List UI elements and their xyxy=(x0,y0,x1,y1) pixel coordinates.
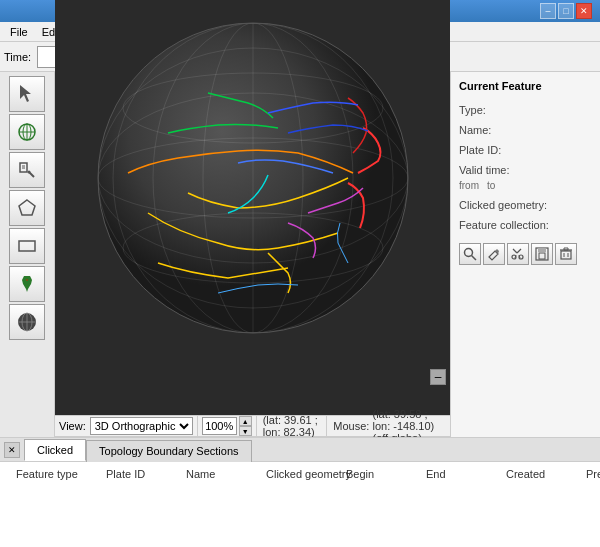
window-controls: – □ ✕ xyxy=(540,3,592,19)
clicked-geom-label: Clicked geometry: xyxy=(459,199,592,211)
close-panel-button[interactable]: ✕ xyxy=(4,442,20,458)
col-begin: Begin xyxy=(338,466,418,482)
type-label: Type: xyxy=(459,104,592,116)
svg-rect-33 xyxy=(538,248,546,252)
name-label: Name: xyxy=(459,124,592,136)
col-present-geom: Present-day geometry (la xyxy=(578,466,600,482)
svg-point-28 xyxy=(465,249,473,257)
zoom-input[interactable] xyxy=(202,417,237,435)
panel-search-button[interactable] xyxy=(459,243,481,265)
globe-area[interactable]: TPEDIA ftpedia.com xyxy=(55,0,450,415)
view-select[interactable]: 3D Orthographic 2D Map xyxy=(90,417,193,435)
table-header: Feature type Plate ID Name Clicked geome… xyxy=(8,466,592,482)
valid-time-label: Valid time: xyxy=(459,164,592,176)
svg-rect-10 xyxy=(19,241,35,251)
plate-id-label: Plate ID: xyxy=(459,144,592,156)
bottom-content: Feature type Plate ID Name Clicked geome… xyxy=(0,462,600,547)
zoom-down[interactable]: ▼ xyxy=(239,426,252,436)
close-button[interactable]: ✕ xyxy=(576,3,592,19)
svg-rect-34 xyxy=(539,253,545,259)
svg-marker-9 xyxy=(19,200,35,215)
panel-action-icons xyxy=(459,243,592,265)
zoom-out-button[interactable]: – xyxy=(430,369,446,385)
lat-lon-display: (lat: 39.61 ; lon: 82.34) xyxy=(257,416,328,436)
col-created: Created xyxy=(498,466,578,482)
svg-rect-35 xyxy=(561,251,571,259)
col-end: End xyxy=(418,466,498,482)
globe-container: TPEDIA ftpedia.com xyxy=(55,0,450,415)
mouse-coords-display: Mouse: (lat: 39.58 ; lon: -148.10) (off … xyxy=(327,416,450,436)
view-label: View: xyxy=(59,420,86,432)
svg-line-29 xyxy=(472,256,477,261)
tool-globe[interactable] xyxy=(9,114,45,150)
col-feature-type: Feature type xyxy=(8,466,98,482)
bottom-panel: ✕ Clicked Topology Boundary Sections Fea… xyxy=(0,437,600,547)
tool-draw[interactable] xyxy=(9,152,45,188)
status-bar: View: 3D Orthographic 2D Map ▲ ▼ (lat: 3… xyxy=(55,415,450,437)
maximize-button[interactable]: □ xyxy=(558,3,574,19)
feature-collection-label: Feature collection: xyxy=(459,219,592,231)
panel-save-button[interactable] xyxy=(531,243,553,265)
current-feature-title: Current Feature xyxy=(459,80,592,92)
valid-from-label: from xyxy=(459,180,479,191)
tool-rect[interactable] xyxy=(9,228,45,264)
zoom-control: ▲ ▼ xyxy=(198,416,257,436)
panel-edit-button[interactable] xyxy=(483,243,505,265)
zoom-up[interactable]: ▲ xyxy=(239,416,252,426)
tool-select[interactable] xyxy=(9,76,45,112)
svg-point-8 xyxy=(28,171,31,174)
panel-delete-button[interactable] xyxy=(555,243,577,265)
globe-svg xyxy=(88,13,418,343)
tool-africa[interactable] xyxy=(9,266,45,302)
tool-polygon[interactable] xyxy=(9,190,45,226)
tool-globe-dark[interactable] xyxy=(9,304,45,340)
panel-cut-button[interactable] xyxy=(507,243,529,265)
time-label: Time: xyxy=(4,51,31,63)
col-clicked-geom: Clicked geometry xyxy=(258,466,338,482)
col-name: Name xyxy=(178,466,258,482)
svg-point-11 xyxy=(26,279,28,281)
minimize-button[interactable]: – xyxy=(540,3,556,19)
view-control: View: 3D Orthographic 2D Map xyxy=(55,416,198,436)
svg-marker-0 xyxy=(20,85,31,102)
menu-item-file[interactable]: File xyxy=(4,24,34,40)
valid-time-range: from to xyxy=(459,180,592,191)
col-plate-id: Plate ID xyxy=(98,466,178,482)
mouse-prefix: Mouse: xyxy=(333,420,369,432)
bottom-tabs: ✕ Clicked Topology Boundary Sections xyxy=(0,438,600,462)
valid-to-label: to xyxy=(487,180,495,191)
tab-clicked[interactable]: Clicked xyxy=(24,439,86,461)
tab-topology[interactable]: Topology Boundary Sections xyxy=(86,440,251,462)
